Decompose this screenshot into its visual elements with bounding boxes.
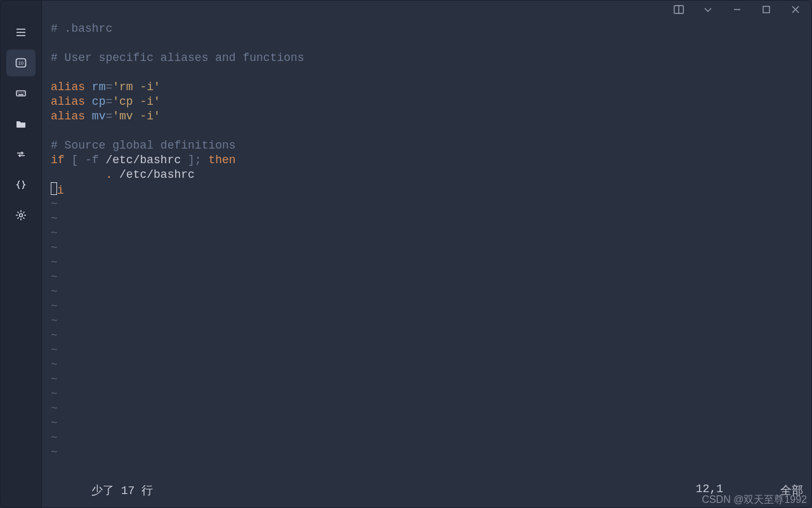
folder-icon[interactable]	[6, 110, 36, 137]
code-line[interactable]: i	[51, 182, 804, 197]
minimize-button[interactable]	[723, 1, 751, 18]
dropdown-button[interactable]	[694, 1, 722, 18]
window-titlebar	[0, 0, 812, 19]
vim-status-line: 少了 17 行 12,1 全部	[91, 483, 803, 498]
close-button[interactable]	[782, 1, 809, 18]
empty-line-tilde: ~	[51, 270, 804, 284]
maximize-button[interactable]	[752, 1, 780, 18]
split-pane-button[interactable]	[665, 1, 693, 18]
empty-line-tilde: ~	[51, 416, 804, 431]
empty-line-tilde: ~	[51, 358, 804, 372]
menu-icon[interactable]	[6, 19, 36, 46]
svg-rect-11	[16, 91, 25, 96]
empty-line-tilde: ~	[51, 387, 804, 401]
empty-line-tilde: ~	[51, 401, 804, 416]
svg-rect-3	[763, 6, 769, 13]
code-line[interactable]: # User specific aliases and functions	[51, 51, 804, 65]
watermark-text: CSDN @双天至尊1992	[702, 493, 807, 507]
empty-line-tilde: ~	[51, 255, 804, 270]
empty-line-tilde: ~	[51, 431, 804, 445]
status-message: 少了 17 行	[91, 483, 153, 498]
keyboard-icon[interactable]	[6, 80, 36, 107]
empty-line-tilde: ~	[51, 372, 804, 387]
empty-line-tilde: ~	[51, 314, 804, 328]
code-line[interactable]: alias mv='mv -i'	[51, 109, 804, 124]
terminal-icon[interactable]: IO	[6, 50, 36, 76]
code-line[interactable]: alias cp='cp -i'	[51, 95, 804, 109]
code-line[interactable]	[51, 65, 804, 80]
transfer-icon[interactable]	[6, 141, 36, 168]
code-line[interactable]	[51, 36, 804, 51]
code-line[interactable]	[51, 124, 804, 138]
tilde-fill: ~~~~~~~~~~~~~~~~~~	[51, 197, 804, 460]
editor-viewport[interactable]: # .bashrc # User specific aliases and fu…	[42, 19, 812, 508]
empty-line-tilde: ~	[51, 241, 804, 255]
empty-line-tilde: ~	[51, 299, 804, 314]
code-line[interactable]: . /etc/bashrc	[51, 168, 804, 182]
svg-point-17	[19, 214, 22, 217]
sidebar: IO	[0, 0, 42, 508]
code-area[interactable]: # .bashrc # User specific aliases and fu…	[51, 22, 804, 197]
empty-line-tilde: ~	[51, 343, 804, 358]
empty-line-tilde: ~	[51, 211, 804, 226]
svg-text:IO: IO	[18, 61, 23, 66]
gear-icon[interactable]	[6, 202, 36, 229]
empty-line-tilde: ~	[51, 197, 804, 211]
empty-line-tilde: ~	[51, 226, 804, 241]
braces-icon[interactable]	[6, 171, 36, 198]
code-line[interactable]: if [ -f /etc/bashrc ]; then	[51, 153, 804, 168]
empty-line-tilde: ~	[51, 284, 804, 299]
code-line[interactable]: alias rm='rm -i'	[51, 80, 804, 95]
cursor	[51, 182, 57, 195]
code-line[interactable]: # .bashrc	[51, 22, 804, 36]
code-line[interactable]: # Source global definitions	[51, 138, 804, 153]
empty-line-tilde: ~	[51, 328, 804, 343]
empty-line-tilde: ~	[51, 445, 804, 460]
